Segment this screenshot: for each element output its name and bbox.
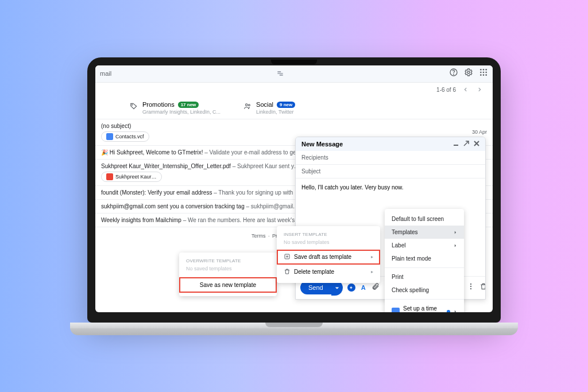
category-tabs: Promotions17 new Grammarly Insights, Lin… (95, 98, 493, 119)
tab-social[interactable]: Social9 new LinkedIn, Twitter (243, 101, 295, 115)
new-dot-icon (447, 310, 450, 312)
svg-point-13 (246, 104, 248, 106)
svg-point-3 (480, 69, 482, 71)
promotions-badge: 17 new (178, 102, 199, 108)
menu-divider (385, 267, 464, 268)
chevron-right-icon (454, 308, 457, 312)
party-icon: 🎉 (101, 149, 108, 156)
mail-subject: foundit (Monster): Verify your email add… (101, 189, 302, 196)
top-bar: mail (95, 65, 493, 83)
templates-submenu: Insert Template No saved templates Save … (277, 226, 380, 283)
settings-icon[interactable] (464, 68, 473, 79)
file-icon (106, 133, 113, 140)
minimize-icon[interactable] (453, 141, 459, 148)
subject-field[interactable]: Subject (296, 165, 485, 178)
calendar-icon (392, 308, 400, 312)
pdf-icon (106, 173, 113, 180)
menu-delete-template[interactable]: Delete template ▸ (277, 265, 380, 280)
prev-page-icon[interactable] (463, 87, 469, 94)
close-icon[interactable] (474, 141, 479, 148)
app-name: mail (100, 70, 111, 77)
menu-set-meeting[interactable]: Set up a time to meet (385, 302, 464, 312)
svg-point-12 (132, 104, 133, 105)
menu-default-fullscreen[interactable]: Default to full screen (385, 212, 464, 226)
svg-point-14 (249, 104, 250, 106)
svg-point-23 (470, 288, 471, 289)
svg-point-8 (485, 72, 487, 73)
footer-terms[interactable]: Terms (252, 233, 266, 239)
tab-promotions[interactable]: Promotions17 new Grammarly Insights, Lin… (130, 101, 220, 115)
mail-subject: 🎉 Hi Sukhpreet, Welcome to GTmetrix! – V… (101, 149, 302, 156)
mail-date: 30 Apr (472, 129, 487, 135)
chevron-right-icon: ▸ (371, 269, 373, 274)
svg-point-9 (480, 74, 482, 76)
svg-point-1 (454, 74, 454, 75)
svg-point-21 (470, 284, 471, 285)
svg-point-7 (483, 72, 485, 73)
tab-sub: Grammarly Insights, LinkedIn, C... (142, 109, 220, 115)
send-button[interactable]: Send (300, 281, 331, 294)
notch (271, 60, 317, 64)
no-saved-label: No saved templates (277, 238, 380, 250)
menu-check-spelling[interactable]: Check spelling (385, 284, 464, 297)
attachment-chip[interactable]: Contacts.vcf (101, 131, 149, 142)
tag-icon (130, 102, 138, 112)
tab-label: Promotions (142, 101, 175, 108)
attachment-chip[interactable]: Sukhpreet Kaur… (101, 172, 162, 182)
popout-icon[interactable] (463, 141, 469, 148)
svg-point-10 (483, 74, 485, 76)
chevron-right-icon: ▸ (371, 254, 373, 259)
svg-point-22 (470, 286, 471, 287)
chevron-right-icon (454, 242, 457, 249)
menu-plain-text[interactable]: Plain text mode (385, 252, 464, 265)
tab-label: Social (256, 101, 273, 108)
screen-bezel: mail 1-6 of 6 (87, 57, 501, 323)
mail-subject: sukhpiim@gmail.com sent you a conversion… (101, 203, 302, 209)
no-saved-label: No saved templates (179, 265, 277, 277)
section-header: Insert Template (277, 230, 380, 238)
search-options-icon[interactable] (276, 69, 284, 77)
social-badge: 9 new (277, 102, 295, 108)
recipients-field[interactable]: Recipients (296, 151, 485, 165)
svg-point-5 (485, 69, 487, 71)
laptop-base (70, 323, 518, 335)
compose-title: New Message (301, 141, 343, 148)
compose-header[interactable]: New Message (296, 137, 485, 151)
svg-point-6 (480, 72, 482, 73)
chevron-right-icon (454, 229, 457, 235)
attach-icon[interactable] (372, 282, 380, 293)
overwrite-submenu: Overwrite Template No saved templates Sa… (179, 253, 277, 296)
section-header: Overwrite Template (179, 256, 277, 265)
people-icon (243, 102, 252, 112)
menu-save-draft-as-template[interactable]: Save draft as template ▸ (277, 250, 380, 265)
menu-templates[interactable]: Templates (385, 226, 464, 239)
help-icon[interactable] (449, 68, 458, 79)
svg-point-4 (483, 69, 485, 71)
save-icon (284, 253, 291, 261)
menu-label[interactable]: Label (385, 239, 464, 252)
tab-sub: LinkedIn, Twitter (256, 109, 295, 115)
pagination-range: 1-6 of 6 (436, 87, 456, 93)
menu-divider (385, 299, 464, 300)
next-page-icon[interactable] (477, 87, 482, 94)
laptop-frame: mail 1-6 of 6 (87, 57, 501, 335)
trash-icon[interactable] (479, 282, 486, 293)
trash-icon (284, 268, 291, 276)
mail-subject: Sukhpreet Kaur_Writer_Internship_Offer_L… (101, 163, 302, 169)
svg-point-2 (467, 71, 470, 73)
formatting-icon[interactable]: ✦ (347, 284, 355, 292)
mail-subject: (no subject) (101, 123, 149, 129)
pagination-row: 1-6 of 6 (95, 83, 493, 98)
svg-point-11 (485, 74, 487, 76)
text-format-icon[interactable]: A (361, 284, 366, 291)
menu-save-as-new-template[interactable]: Save as new template (179, 277, 277, 293)
mail-subject: Weekly insights from Mailchimp – We ran … (101, 217, 302, 223)
screen: mail 1-6 of 6 (95, 65, 493, 312)
apps-icon[interactable] (479, 68, 488, 79)
menu-print[interactable]: Print (385, 270, 464, 284)
more-icon[interactable] (467, 282, 475, 293)
more-options-menu: Default to full screen Templates Label P… (385, 209, 464, 312)
